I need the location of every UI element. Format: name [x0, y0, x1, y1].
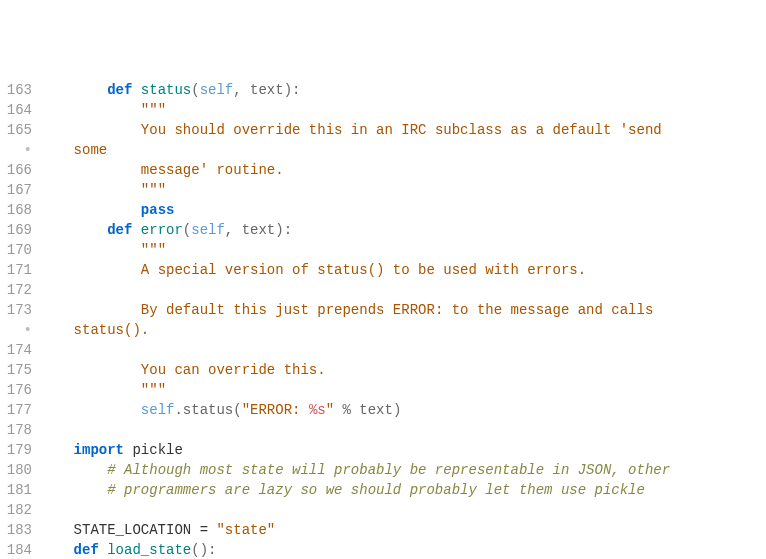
token-name: pickle	[132, 442, 182, 458]
token-cmt: # programmers are lazy so we should prob…	[107, 482, 645, 498]
token-str: message' routine.	[141, 162, 284, 178]
code-content[interactable]: pass	[40, 200, 766, 220]
code-content[interactable]: You should override this in an IRC subcl…	[40, 120, 766, 140]
token-str: A special version of status() to be used…	[141, 262, 586, 278]
token-str: "	[326, 402, 334, 418]
code-line[interactable]: 178	[0, 420, 766, 440]
line-number: 178	[0, 420, 40, 440]
code-line[interactable]: 168 pass	[0, 200, 766, 220]
token-str: By default this just prepends ERROR: to …	[141, 302, 662, 318]
line-number: 166	[0, 160, 40, 180]
line-number: 184	[0, 540, 40, 559]
code-line[interactable]: 170 """	[0, 240, 766, 260]
line-number: 181	[0, 480, 40, 500]
line-number: 182	[0, 500, 40, 520]
code-content[interactable]: """	[40, 380, 766, 400]
code-content[interactable]: # programmers are lazy so we should prob…	[40, 480, 766, 500]
line-number: 179	[0, 440, 40, 460]
code-content[interactable]: import pickle	[40, 440, 766, 460]
token-str: status().	[74, 322, 150, 338]
token-str: some	[74, 142, 108, 158]
code-content[interactable]: def status(self, text):	[40, 80, 766, 100]
line-number: 180	[0, 460, 40, 480]
code-content[interactable]: # Although most state will probably be r…	[40, 460, 766, 480]
line-number: 172	[0, 280, 40, 300]
code-line[interactable]: 180 # Although most state will probably …	[0, 460, 766, 480]
code-content[interactable]: By default this just prepends ERROR: to …	[40, 300, 766, 320]
token-kw: pass	[141, 202, 175, 218]
line-number: 176	[0, 380, 40, 400]
code-line[interactable]: 164 """	[0, 100, 766, 120]
token-kw: import	[74, 442, 133, 458]
code-content[interactable]: """	[40, 240, 766, 260]
token-op: , text):	[233, 82, 300, 98]
code-content[interactable]: message' routine.	[40, 160, 766, 180]
line-number: 164	[0, 100, 40, 120]
line-number: 163	[0, 80, 40, 100]
token-op: % text)	[334, 402, 401, 418]
code-line[interactable]: 182	[0, 500, 766, 520]
code-line[interactable]: 184 def load_state():	[0, 540, 766, 559]
code-line[interactable]: 183 STATE_LOCATION = "state"	[0, 520, 766, 540]
code-line[interactable]: 172	[0, 280, 766, 300]
token-op: , text):	[225, 222, 292, 238]
code-line[interactable]: 169 def error(self, text):	[0, 220, 766, 240]
token-str: You can override this.	[141, 362, 326, 378]
code-content[interactable]: """	[40, 100, 766, 120]
token-str: """	[141, 102, 166, 118]
code-editor[interactable]: 163 def status(self, text):164 """165 Yo…	[0, 80, 766, 559]
token-fn: error	[141, 222, 183, 238]
line-number: 177	[0, 400, 40, 420]
token-fn: status	[141, 82, 191, 98]
token-cmt: # Although most state will probably be r…	[107, 462, 670, 478]
line-number: 183	[0, 520, 40, 540]
code-content[interactable]: A special version of status() to be used…	[40, 260, 766, 280]
code-line[interactable]: 181 # programmers are lazy so we should …	[0, 480, 766, 500]
code-line[interactable]: 175 You can override this.	[0, 360, 766, 380]
code-line[interactable]: 176 """	[0, 380, 766, 400]
line-number: 170	[0, 240, 40, 260]
token-const: STATE_LOCATION =	[74, 522, 217, 538]
line-number: •	[0, 140, 40, 160]
code-line[interactable]: 167 """	[0, 180, 766, 200]
line-number: 171	[0, 260, 40, 280]
token-fmt: %s	[309, 402, 326, 418]
code-line[interactable]: 166 message' routine.	[0, 160, 766, 180]
code-content[interactable]: def load_state():	[40, 540, 766, 559]
token-kw: def	[107, 222, 141, 238]
token-str: "state"	[216, 522, 275, 538]
token-kw: def	[74, 542, 108, 558]
code-line[interactable]: 177 self.status("ERROR: %s" % text)	[0, 400, 766, 420]
token-param: self	[141, 402, 175, 418]
line-number: 169	[0, 220, 40, 240]
code-content[interactable]: STATE_LOCATION = "state"	[40, 520, 766, 540]
code-content[interactable]: def error(self, text):	[40, 220, 766, 240]
token-kw: def	[107, 82, 141, 98]
line-number: 168	[0, 200, 40, 220]
line-number: 173	[0, 300, 40, 320]
line-number: 175	[0, 360, 40, 380]
code-line[interactable]: 179 import pickle	[0, 440, 766, 460]
token-str: """	[141, 382, 166, 398]
token-op: (	[191, 82, 199, 98]
line-number: •	[0, 320, 40, 340]
code-line[interactable]: 171 A special version of status() to be …	[0, 260, 766, 280]
token-str: """	[141, 182, 166, 198]
code-content[interactable]: status().	[40, 320, 766, 340]
code-line[interactable]: 163 def status(self, text):	[0, 80, 766, 100]
code-content[interactable]: self.status("ERROR: %s" % text)	[40, 400, 766, 420]
code-line[interactable]: • status().	[0, 320, 766, 340]
code-content[interactable]: """	[40, 180, 766, 200]
code-line[interactable]: 173 By default this just prepends ERROR:…	[0, 300, 766, 320]
token-op: .status(	[174, 402, 241, 418]
code-content[interactable]: You can override this.	[40, 360, 766, 380]
line-number: 165	[0, 120, 40, 140]
code-line[interactable]: • some	[0, 140, 766, 160]
code-line[interactable]: 165 You should override this in an IRC s…	[0, 120, 766, 140]
line-number: 174	[0, 340, 40, 360]
token-param: self	[191, 222, 225, 238]
token-str: "ERROR:	[242, 402, 309, 418]
code-content[interactable]: some	[40, 140, 766, 160]
code-line[interactable]: 174	[0, 340, 766, 360]
token-op: (	[183, 222, 191, 238]
